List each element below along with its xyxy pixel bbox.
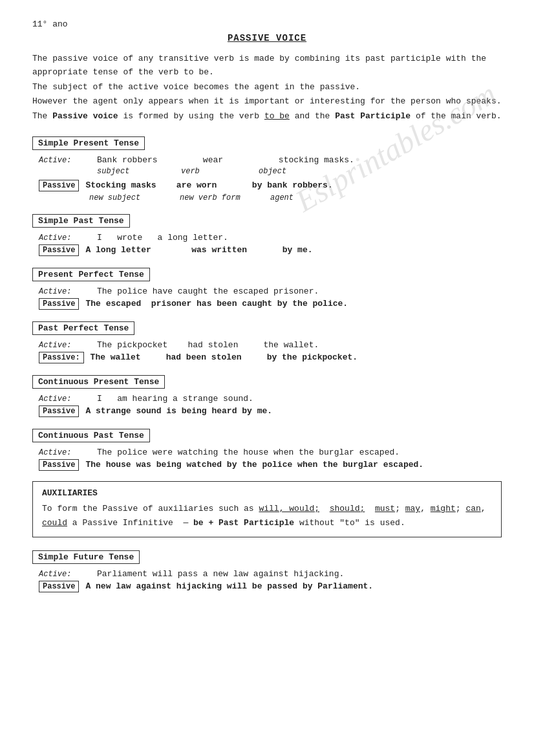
auxiliaries-box: AUXILIARIES To form the Passive of auxil… bbox=[32, 481, 502, 537]
passive-line-spt: Passive A long letter was written by me. bbox=[39, 244, 502, 256]
passive-line-cpt: Passive A strange sound is being heard b… bbox=[39, 405, 502, 417]
subject-label-sp: subject bbox=[97, 167, 181, 176]
active-label-ppft: Active: bbox=[39, 341, 97, 350]
passive-badge-sp: Passive bbox=[39, 180, 79, 191]
auxiliaries-title: AUXILIARIES bbox=[42, 488, 492, 498]
section-simple-future: Simple Future Tense Active: Parliament w… bbox=[32, 545, 502, 592]
active-line-ppt: Active: The police have caught the escap… bbox=[39, 286, 502, 296]
active-label-sp: Active: bbox=[39, 156, 97, 165]
passive-line-sft: Passive A new law against hijacking will… bbox=[39, 581, 502, 592]
intro-and: and the bbox=[290, 111, 335, 121]
section-past-perfect: Past Perfect Tense Active: The pickpocke… bbox=[32, 316, 502, 363]
passive-line-cpst: Passive The house was being watched by t… bbox=[39, 459, 502, 471]
active-line-ppft: Active: The pickpocket had stolen the wa… bbox=[39, 340, 502, 350]
active-label-spt: Active: bbox=[39, 233, 97, 243]
labels-row-sp: subject verb object bbox=[97, 167, 502, 176]
passive-text-ppt: The escaped prisoner has been caught by … bbox=[85, 299, 348, 308]
active-text-spt: I wrote a long letter. bbox=[97, 233, 228, 243]
active-text-sft: Parliament will pass a new law against h… bbox=[97, 569, 344, 579]
active-label-sft: Active: bbox=[39, 570, 97, 579]
passive-text-sp: Stocking masks are worn by bank robbers. bbox=[85, 180, 332, 190]
active-label-cpt: Active: bbox=[39, 394, 97, 404]
new-subject-label-sp: new subject bbox=[89, 193, 180, 202]
passive-badge-sft: Passive bbox=[39, 581, 79, 592]
heading-continuous-present: Continuous Present Tense bbox=[32, 375, 165, 389]
passive-badge-cpst: Passive bbox=[39, 459, 79, 471]
passive-text-ppft: The wallet had been stolen by the pickpo… bbox=[91, 352, 358, 362]
active-line-simple-present: Active: Bank robbers wear stocking masks… bbox=[39, 155, 502, 165]
intro-passive-bold: Passive voice bbox=[52, 111, 118, 121]
heading-continuous-past: Continuous Past Tense bbox=[32, 429, 150, 442]
passive-labels-row-sp: new subject new verb form agent bbox=[89, 193, 502, 202]
page-grade: 11° ano bbox=[32, 19, 502, 29]
active-text-cpst: The police were watching the house when … bbox=[97, 448, 400, 457]
passive-badge-ppft: Passive: bbox=[39, 352, 84, 363]
passive-text-sft: A new law against hijacking will be pass… bbox=[85, 581, 373, 591]
active-text-ppt: The police have caught the escaped priso… bbox=[97, 286, 319, 296]
new-verb-label-sp: new verb form bbox=[180, 193, 270, 202]
active-text-cpt: I am hearing a strange sound. bbox=[97, 394, 253, 404]
heading-simple-past: Simple Past Tense bbox=[32, 214, 130, 228]
page-title: PASSIVE VOICE bbox=[32, 33, 502, 43]
section-continuous-present: Continuous Present Tense Active: I am he… bbox=[32, 370, 502, 417]
heading-simple-present: Simple Present Tense bbox=[32, 136, 145, 150]
agent-label-sp: agent bbox=[270, 193, 361, 202]
passive-badge-ppt: Passive bbox=[39, 298, 79, 310]
passive-line-sp: Passive Stocking masks are worn by bank … bbox=[39, 180, 502, 191]
verb-label-sp: verb bbox=[181, 167, 259, 176]
heading-present-perfect: Present Perfect Tense bbox=[32, 268, 150, 281]
active-line-sft: Active: Parliament will pass a new law a… bbox=[39, 569, 502, 579]
intro-end: of the main verb. bbox=[411, 111, 501, 121]
section-simple-past: Simple Past Tense Active: I wrote a long… bbox=[32, 209, 502, 256]
active-line-spt: Active: I wrote a long letter. bbox=[39, 233, 502, 243]
intro-block: The passive voice of any transitive verb… bbox=[32, 52, 502, 124]
section-continuous-past: Continuous Past Tense Active: The police… bbox=[32, 424, 502, 471]
passive-line-ppt: Passive The escaped prisoner has been ca… bbox=[39, 298, 502, 310]
passive-line-ppft: Passive: The wallet had been stolen by t… bbox=[39, 352, 502, 363]
active-label-cpst: Active: bbox=[39, 448, 97, 457]
object-label-sp: object bbox=[259, 167, 286, 176]
active-label-ppt: Active: bbox=[39, 287, 97, 296]
heading-simple-future: Simple Future Tense bbox=[32, 550, 140, 564]
passive-text-cpt: A strange sound is being heard by me. bbox=[85, 406, 272, 416]
intro-passive-pre: The bbox=[32, 111, 52, 121]
active-line-cpt: Active: I am hearing a strange sound. bbox=[39, 394, 502, 404]
intro-passive-mid: is formed by using the verb bbox=[118, 111, 264, 121]
heading-past-perfect: Past Perfect Tense bbox=[32, 321, 134, 335]
passive-text-cpst: The house was being watched by the polic… bbox=[85, 460, 423, 470]
passive-text-spt: A long letter was written by me. bbox=[85, 245, 312, 255]
passive-badge-spt: Passive bbox=[39, 244, 79, 256]
section-simple-present: Simple Present Tense Active: Bank robber… bbox=[32, 131, 502, 202]
active-line-cpst: Active: The police were watching the hou… bbox=[39, 448, 502, 457]
passive-badge-cpt: Passive bbox=[39, 405, 79, 417]
active-text-ppft: The pickpocket had stolen the wallet. bbox=[97, 340, 319, 350]
active-text-sp: Bank robbers wear stocking masks. bbox=[97, 155, 354, 165]
intro-past-participle: Past Participle bbox=[335, 111, 411, 121]
auxiliaries-text: To form the Passive of auxiliaries such … bbox=[42, 502, 492, 530]
intro-tobe-underline: to be bbox=[264, 111, 290, 121]
section-present-perfect: Present Perfect Tense Active: The police… bbox=[32, 263, 502, 310]
